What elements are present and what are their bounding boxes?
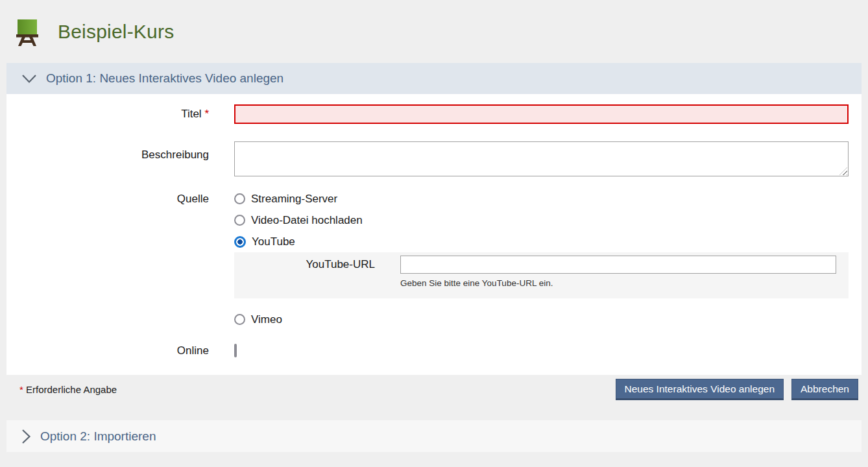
option1-title: Option 1: Neues Interaktives Video anleg…	[46, 71, 283, 86]
radio-label[interactable]: Streaming-Server	[251, 193, 337, 206]
required-note: * Erforderliche Angabe	[19, 384, 616, 395]
radio-icon[interactable]	[234, 314, 245, 325]
option1-accordion-header[interactable]: Option 1: Neues Interaktives Video anleg…	[6, 63, 862, 94]
quelle-row: Quelle Streaming-Server Video-Datei hoch…	[6, 188, 849, 330]
youtube-url-label: YouTube-URL	[234, 258, 400, 271]
chevron-right-icon	[21, 429, 31, 444]
option1-form: Titel * Beschreibung Quelle	[6, 94, 862, 375]
chevron-down-icon	[21, 74, 37, 84]
required-asterisk: *	[204, 108, 209, 120]
course-blackboard-icon	[13, 17, 42, 47]
radio-icon[interactable]	[234, 215, 245, 226]
content: Option 1: Neues Interaktives Video anleg…	[6, 63, 862, 452]
titel-row: Titel *	[6, 104, 849, 124]
option2-accordion-header[interactable]: Option 2: Importieren	[6, 420, 862, 452]
online-label: Online	[6, 344, 234, 357]
submit-button[interactable]: Neues Interaktives Video anlegen	[616, 379, 784, 400]
radio-icon[interactable]	[234, 193, 245, 204]
radio-video-datei-hochladen[interactable]: Video-Datei hochladen	[234, 210, 849, 231]
page-header: Beispiel-Kurs	[0, 0, 868, 63]
beschreibung-textarea[interactable]	[234, 141, 849, 176]
footer-buttons: Neues Interaktives Video anlegen Abbrech…	[616, 379, 859, 400]
online-row: Online	[6, 344, 849, 357]
radio-streaming-server[interactable]: Streaming-Server	[234, 188, 849, 210]
form-footer: * Erforderliche Angabe Neues Interaktive…	[6, 375, 862, 404]
youtube-url-hint: Geben Sie bitte eine YouTube-URL ein.	[400, 278, 849, 288]
beschreibung-row: Beschreibung	[6, 141, 849, 176]
radio-vimeo[interactable]: Vimeo	[234, 309, 849, 330]
radio-label[interactable]: YouTube	[252, 235, 295, 248]
cancel-button[interactable]: Abbrechen	[791, 379, 858, 400]
titel-input[interactable]	[234, 104, 849, 124]
beschreibung-label: Beschreibung	[6, 141, 234, 162]
section-gap	[6, 404, 862, 420]
titel-label: Titel *	[6, 104, 234, 124]
required-asterisk: *	[19, 384, 23, 395]
option1-section: Option 1: Neues Interaktives Video anleg…	[6, 63, 862, 404]
option2-section: Option 2: Importieren	[6, 420, 862, 452]
radio-label[interactable]: Vimeo	[251, 313, 282, 326]
radio-youtube[interactable]: YouTube	[234, 231, 849, 252]
online-checkbox[interactable]	[234, 344, 237, 357]
radio-label[interactable]: Video-Datei hochladen	[251, 214, 363, 227]
youtube-url-input[interactable]	[400, 256, 836, 274]
page-title: Beispiel-Kurs	[58, 21, 174, 43]
youtube-url-subpanel: YouTube-URL Geben Sie bitte eine YouTube…	[234, 252, 849, 298]
option2-title: Option 2: Importieren	[40, 429, 156, 444]
quelle-label: Quelle	[6, 188, 234, 210]
radio-icon-checked[interactable]	[234, 236, 246, 248]
